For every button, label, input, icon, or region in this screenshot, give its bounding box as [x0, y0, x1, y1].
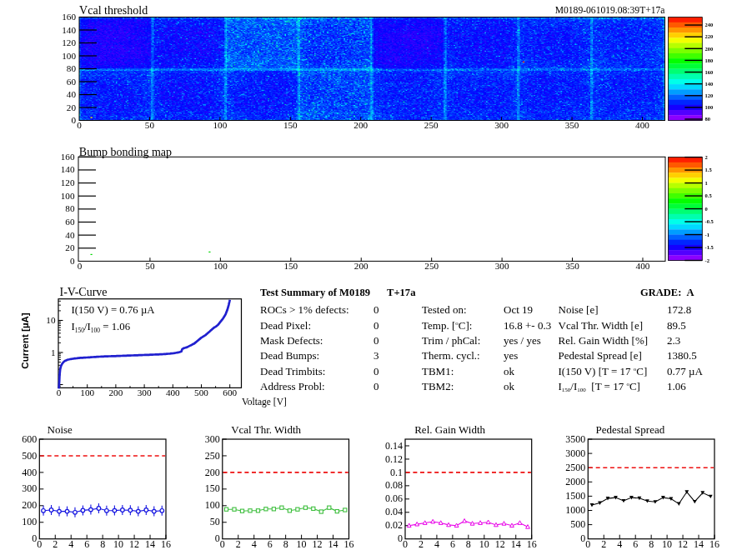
svg-text:16: 16: [527, 538, 537, 550]
svg-text:16.8 +- 0.3: 16.8 +- 0.3: [504, 319, 551, 332]
svg-text:14: 14: [694, 538, 704, 550]
svg-text:172.8: 172.8: [667, 303, 691, 316]
svg-text:Noise [e]: Noise [e]: [559, 303, 599, 316]
svg-text:120: 120: [61, 178, 75, 188]
svg-text:Trim / phCal:: Trim / phCal:: [422, 334, 480, 347]
svg-text:ok: ok: [504, 380, 515, 392]
svg-text:4: 4: [617, 538, 622, 550]
svg-text:0.02: 0.02: [385, 519, 403, 531]
svg-text:2: 2: [53, 538, 58, 550]
svg-text:250: 250: [205, 450, 220, 462]
svg-text:250: 250: [424, 261, 439, 271]
svg-text:Current [µA]: Current [µA]: [20, 312, 30, 368]
svg-text:0.08: 0.08: [385, 479, 403, 491]
svg-text:1: 1: [705, 180, 708, 186]
svg-text:200: 200: [109, 388, 123, 398]
svg-text:160: 160: [62, 12, 76, 22]
svg-text:600: 600: [223, 388, 237, 398]
svg-text:200: 200: [353, 120, 368, 130]
svg-text:4: 4: [68, 538, 73, 550]
svg-text:14: 14: [145, 538, 155, 550]
svg-text:2.3: 2.3: [667, 334, 680, 347]
svg-text:500: 500: [22, 450, 37, 462]
svg-text:0.5: 0.5: [705, 192, 713, 198]
svg-text:1000: 1000: [565, 504, 585, 516]
svg-text:6: 6: [268, 538, 273, 550]
svg-text:100: 100: [22, 516, 37, 528]
svg-text:12: 12: [678, 538, 688, 550]
svg-text:TBM2:: TBM2:: [422, 380, 454, 392]
svg-text:Temp. [oC]:: Temp. [oC]:: [422, 319, 472, 332]
svg-text:400: 400: [22, 467, 37, 478]
svg-text:2000: 2000: [565, 476, 585, 488]
svg-text:200: 200: [22, 499, 37, 511]
svg-text:0: 0: [374, 380, 379, 392]
svg-text:160: 160: [705, 69, 714, 75]
svg-text:400: 400: [166, 388, 180, 398]
svg-text:60: 60: [67, 77, 77, 87]
svg-text:6: 6: [84, 538, 89, 550]
svg-text:0: 0: [70, 256, 75, 266]
svg-text:10: 10: [297, 538, 307, 550]
svg-text:14: 14: [328, 538, 338, 550]
svg-text:Pedestal Spread: Pedestal Spread: [596, 423, 665, 436]
svg-text:0: 0: [37, 538, 42, 550]
svg-text:140: 140: [62, 25, 76, 35]
svg-text:TBM1:: TBM1:: [422, 365, 454, 378]
svg-text:150: 150: [283, 120, 298, 130]
svg-text:50: 50: [145, 261, 155, 271]
svg-text:0.06: 0.06: [385, 492, 403, 504]
svg-text:Vcal Thr. Width: Vcal Thr. Width: [231, 423, 301, 436]
svg-text:0.04: 0.04: [385, 506, 403, 518]
svg-text:0: 0: [705, 206, 708, 212]
svg-text:100: 100: [213, 261, 228, 271]
svg-text:50: 50: [210, 516, 220, 528]
svg-text:350: 350: [565, 261, 579, 271]
svg-text:Vcal Thr. Width [e]: Vcal Thr. Width [e]: [559, 319, 644, 332]
svg-text:I150/I100 [T = 17 oC]: I150/I100 [T = 17 oC]: [559, 380, 640, 394]
svg-text:180: 180: [705, 58, 714, 63]
svg-text:M0189-061019.08:39T+17a: M0189-061019.08:39T+17a: [555, 5, 665, 16]
svg-text:250: 250: [424, 120, 439, 130]
svg-text:500: 500: [194, 388, 208, 398]
svg-text:20: 20: [67, 102, 77, 112]
svg-text:80: 80: [67, 63, 77, 73]
svg-text:300: 300: [205, 433, 220, 445]
svg-text:0: 0: [374, 303, 379, 316]
svg-text:Vcal threshold: Vcal threshold: [79, 4, 148, 17]
svg-text:400: 400: [635, 120, 649, 130]
svg-text:Noise: Noise: [48, 423, 73, 436]
svg-text:2500: 2500: [565, 462, 585, 473]
svg-text:80: 80: [65, 203, 75, 213]
svg-text:8: 8: [283, 538, 288, 550]
svg-text:Bump bonding map: Bump bonding map: [79, 146, 172, 158]
svg-text:0.77 µA: 0.77 µA: [667, 365, 703, 378]
svg-text:0: 0: [78, 261, 83, 271]
svg-text:3000: 3000: [565, 448, 585, 459]
svg-text:Rel. Gain Width: Rel. Gain Width: [414, 423, 485, 436]
svg-text:1500: 1500: [565, 490, 585, 502]
svg-text:0: 0: [77, 120, 82, 130]
svg-text:600: 600: [22, 433, 37, 445]
svg-text:8: 8: [649, 538, 654, 550]
svg-text:0: 0: [71, 115, 76, 125]
svg-text:I-V-Curve: I-V-Curve: [60, 286, 108, 298]
svg-text:100: 100: [80, 388, 94, 398]
svg-text:-1: -1: [705, 232, 709, 238]
svg-text:0.12: 0.12: [385, 453, 403, 465]
svg-text:16: 16: [709, 538, 719, 550]
svg-text:200: 200: [705, 46, 714, 52]
svg-text:3500: 3500: [565, 433, 585, 445]
svg-text:12: 12: [129, 538, 139, 550]
svg-text:0.1: 0.1: [390, 467, 403, 478]
svg-text:Dead Bumps:: Dead Bumps:: [260, 349, 319, 362]
svg-text:50: 50: [145, 120, 155, 130]
svg-text:40: 40: [65, 230, 75, 240]
svg-text:Dead Pixel:: Dead Pixel:: [260, 319, 311, 332]
svg-text:0: 0: [374, 334, 379, 347]
svg-text:Mask Defects:: Mask Defects:: [260, 334, 323, 347]
svg-text:10: 10: [113, 538, 123, 550]
svg-text:220: 220: [705, 33, 714, 39]
svg-text:1380.5: 1380.5: [667, 349, 697, 362]
svg-text:200: 200: [354, 261, 368, 271]
